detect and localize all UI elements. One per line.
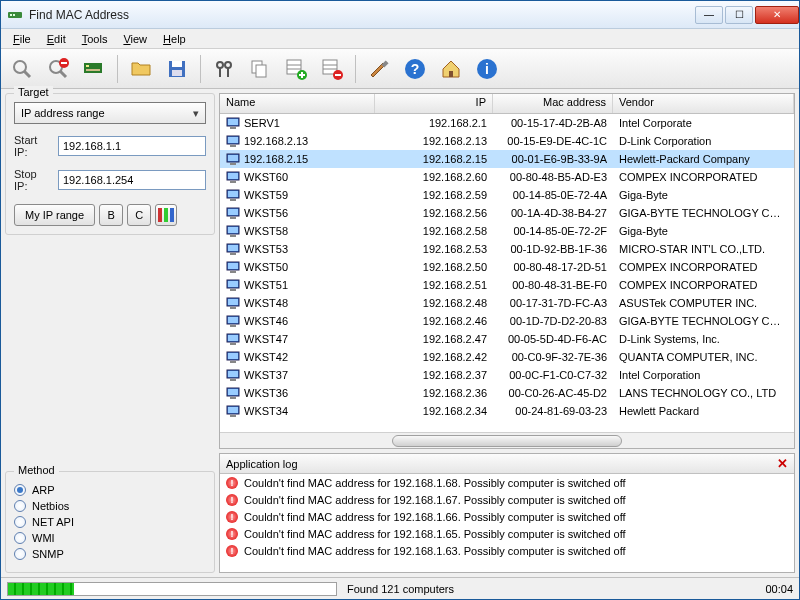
radio-icon <box>14 516 26 528</box>
method-option-snmp[interactable]: SNMP <box>14 548 206 560</box>
computer-icon <box>226 207 240 219</box>
table-row[interactable]: WKST58192.168.2.5800-14-85-0E-72-2FGiga-… <box>220 222 794 240</box>
start-ip-input[interactable] <box>58 136 206 156</box>
log-entry: !Couldn't find MAC address for 192.168.1… <box>220 491 794 508</box>
svg-rect-70 <box>230 307 236 309</box>
error-icon: ! <box>226 545 238 557</box>
table-row[interactable]: WKST46192.168.2.4600-1D-7D-D2-20-83GIGA-… <box>220 312 794 330</box>
help-button[interactable]: ? <box>398 52 432 86</box>
row-name: WKST46 <box>244 315 288 327</box>
stop-scan-button[interactable] <box>41 52 75 86</box>
table-row[interactable]: WKST50192.168.2.5000-80-48-17-2D-51COMPE… <box>220 258 794 276</box>
open-button[interactable] <box>124 52 158 86</box>
svg-rect-39 <box>228 119 238 125</box>
table-row[interactable]: WKST47192.168.2.4700-05-5D-4D-F6-ACD-Lin… <box>220 330 794 348</box>
save-button[interactable] <box>160 52 194 86</box>
table-row[interactable]: 192.168.2.15192.168.2.1500-01-E6-9B-33-9… <box>220 150 794 168</box>
row-ip: 192.168.2.60 <box>375 171 493 183</box>
horizontal-scrollbar[interactable] <box>220 432 794 448</box>
menu-tools[interactable]: Tools <box>74 31 116 47</box>
table-row[interactable]: WKST37192.168.2.3700-0C-F1-C0-C7-32Intel… <box>220 366 794 384</box>
row-name: WKST34 <box>244 405 288 417</box>
table-row[interactable]: 192.168.2.13192.168.2.1300-15-E9-DE-4C-1… <box>220 132 794 150</box>
table-row[interactable]: WKST53192.168.2.5300-1D-92-BB-1F-36MICRO… <box>220 240 794 258</box>
svg-rect-85 <box>230 397 236 399</box>
computer-icon <box>226 369 240 381</box>
table-row[interactable]: WKST56192.168.2.5600-1A-4D-38-B4-27GIGA-… <box>220 204 794 222</box>
close-button[interactable]: ✕ <box>755 6 799 24</box>
app-window: Find MAC Address — ☐ ✕ File Edit Tools V… <box>0 0 800 600</box>
row-ip: 192.168.2.36 <box>375 387 493 399</box>
stop-ip-input[interactable] <box>58 170 206 190</box>
table-row[interactable]: SERV1192.168.2.100-15-17-4D-2B-A8Intel C… <box>220 114 794 132</box>
row-name: WKST47 <box>244 333 288 345</box>
svg-rect-61 <box>230 253 236 255</box>
table-row[interactable]: WKST48192.168.2.4800-17-31-7D-FC-A3ASUST… <box>220 294 794 312</box>
table-add-button[interactable] <box>279 52 313 86</box>
method-option-net-api[interactable]: NET API <box>14 516 206 528</box>
computer-icon <box>226 117 240 129</box>
svg-rect-88 <box>230 415 236 417</box>
about-button[interactable]: i <box>470 52 504 86</box>
menu-file[interactable]: File <box>5 31 39 47</box>
col-vendor[interactable]: Vendor <box>613 94 794 113</box>
table-row[interactable]: WKST60192.168.2.6000-80-48-B5-AD-E3COMPE… <box>220 168 794 186</box>
method-option-netbios[interactable]: Netbios <box>14 500 206 512</box>
toolbar-separator <box>355 55 356 83</box>
svg-rect-48 <box>228 173 238 179</box>
columns-button[interactable] <box>155 204 177 226</box>
table-body[interactable]: SERV1192.168.2.100-15-17-4D-2B-A8Intel C… <box>220 114 794 432</box>
col-name[interactable]: Name <box>220 94 375 113</box>
method-label: WMI <box>32 532 55 544</box>
error-icon: ! <box>226 528 238 540</box>
radio-icon <box>14 548 26 560</box>
table-row[interactable]: WKST34192.168.2.3400-24-81-69-03-23Hewle… <box>220 402 794 420</box>
app-icon <box>7 7 23 23</box>
row-vendor: ASUSTek COMPUTER INC. <box>613 297 794 309</box>
table-row[interactable]: WKST42192.168.2.4200-C0-9F-32-7E-36QUANT… <box>220 348 794 366</box>
menu-help[interactable]: Help <box>155 31 194 47</box>
table-row[interactable]: WKST59192.168.2.5900-14-85-0E-72-4AGiga-… <box>220 186 794 204</box>
log-body[interactable]: !Couldn't find MAC address for 192.168.1… <box>220 474 794 572</box>
row-name: WKST51 <box>244 279 288 291</box>
maximize-button[interactable]: ☐ <box>725 6 753 24</box>
col-ip[interactable]: IP <box>375 94 493 113</box>
target-selector[interactable]: IP address range <box>14 102 206 124</box>
table-row[interactable]: WKST36192.168.2.3600-C0-26-AC-45-D2LANS … <box>220 384 794 402</box>
row-ip: 192.168.2.47 <box>375 333 493 345</box>
find-button[interactable] <box>207 52 241 86</box>
menu-edit[interactable]: Edit <box>39 31 74 47</box>
class-c-button[interactable]: C <box>127 204 151 226</box>
settings-button[interactable] <box>362 52 396 86</box>
row-name: WKST37 <box>244 369 288 381</box>
row-name: WKST42 <box>244 351 288 363</box>
svg-rect-54 <box>228 209 238 215</box>
copy-button[interactable] <box>243 52 277 86</box>
network-card-button[interactable] <box>77 52 111 86</box>
start-ip-label: Start IP: <box>14 134 52 158</box>
log-title: Application log <box>226 458 298 470</box>
scan-button[interactable] <box>5 52 39 86</box>
table-row[interactable]: WKST51192.168.2.5100-80-48-31-BE-F0COMPE… <box>220 276 794 294</box>
titlebar: Find MAC Address — ☐ ✕ <box>1 1 799 29</box>
main-panel: Name IP Mac address Vendor SERV1192.168.… <box>219 89 799 577</box>
minimize-button[interactable]: — <box>695 6 723 24</box>
svg-rect-51 <box>228 191 238 197</box>
method-option-wmi[interactable]: WMI <box>14 532 206 544</box>
svg-rect-58 <box>230 235 236 237</box>
row-vendor: GIGA-BYTE TECHNOLOGY CO.,LTD. <box>613 315 794 327</box>
class-b-button[interactable]: B <box>99 204 123 226</box>
menu-view[interactable]: View <box>115 31 155 47</box>
row-name: 192.168.2.15 <box>244 153 308 165</box>
row-vendor: COMPEX INCORPORATED <box>613 279 794 291</box>
col-mac[interactable]: Mac address <box>493 94 613 113</box>
svg-rect-20 <box>256 65 266 77</box>
row-mac: 00-1D-7D-D2-20-83 <box>493 315 613 327</box>
log-close-button[interactable]: ✕ <box>777 456 788 471</box>
table-remove-button[interactable] <box>315 52 349 86</box>
home-button[interactable] <box>434 52 468 86</box>
svg-rect-75 <box>228 335 238 341</box>
my-ip-range-button[interactable]: My IP range <box>14 204 95 226</box>
method-option-arp[interactable]: ARP <box>14 484 206 496</box>
window-controls: — ☐ ✕ <box>693 6 799 24</box>
